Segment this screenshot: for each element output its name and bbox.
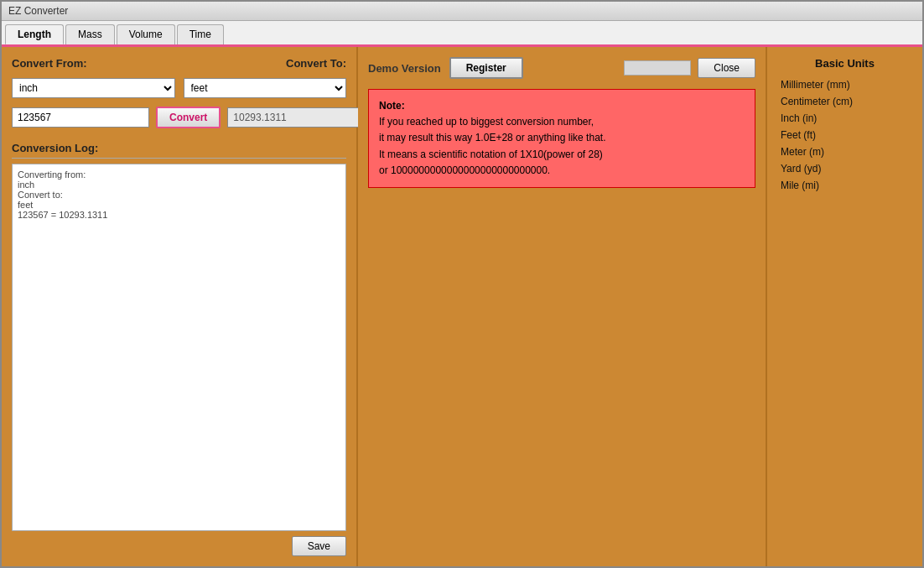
convert-from-label: Convert From: — [12, 57, 87, 70]
save-btn-row: Save — [12, 536, 346, 556]
log-line-4: feet — [18, 200, 340, 210]
convert-button[interactable]: Convert — [156, 107, 221, 128]
title-bar: EZ Converter — [2, 2, 922, 21]
log-divider — [12, 158, 346, 159]
log-line-2: inch — [18, 180, 340, 190]
convert-headers: Convert From: Convert To: — [12, 57, 346, 70]
log-line-1: Converting from: — [18, 169, 340, 180]
main-content: Convert From: Convert To: inch millimete… — [2, 47, 922, 566]
tab-volume[interactable]: Volume — [117, 24, 175, 44]
input-value[interactable] — [12, 107, 149, 128]
log-line-3: Convert to: — [18, 190, 340, 200]
input-row: Convert — [12, 107, 346, 128]
right-panel: Basic Units Millimeter (mm) Centimeter (… — [767, 47, 922, 566]
spacer-field[interactable] — [624, 60, 691, 76]
dropdowns-row: inch millimeter centimeter feet meter ya… — [12, 78, 346, 98]
window-title: EZ Converter — [8, 5, 68, 17]
to-select[interactable]: feet inch millimeter centimeter meter ya… — [184, 78, 347, 98]
log-line-5: 123567 = 10293.1311 — [18, 210, 340, 220]
to-dropdown-wrap: feet inch millimeter centimeter meter ya… — [184, 78, 347, 98]
from-select[interactable]: inch millimeter centimeter feet meter ya… — [12, 78, 175, 98]
unit-mile: Mile (mi) — [777, 179, 912, 192]
demo-close-row: Demo Version Register Close — [368, 57, 755, 79]
tab-time[interactable]: Time — [177, 24, 224, 44]
from-dropdown-wrap: inch millimeter centimeter feet meter ya… — [12, 78, 175, 98]
tab-bar: Length Mass Volume Time — [2, 21, 922, 47]
note-line-4: or 1000000000000000000000000000. — [379, 163, 745, 179]
demo-register-wrap: Demo Version Register — [368, 57, 523, 79]
note-line-3: It means a scientific notation of 1X10(p… — [379, 147, 745, 163]
close-wrap: Close — [624, 58, 755, 78]
demo-text: Demo Version — [368, 62, 441, 75]
unit-millimeter: Millimeter (mm) — [777, 78, 912, 91]
unit-centimeter: Centimeter (cm) — [777, 95, 912, 108]
basic-units-title: Basic Units — [777, 57, 912, 70]
convert-to-label: Convert To: — [286, 57, 346, 70]
close-button[interactable]: Close — [698, 58, 755, 78]
tab-length[interactable]: Length — [5, 24, 64, 44]
note-line-1: If you reached up to biggest conversion … — [379, 114, 745, 130]
unit-meter: Meter (m) — [777, 145, 912, 159]
left-panel: Convert From: Convert To: inch millimete… — [2, 47, 358, 566]
note-box: Note: If you reached up to biggest conve… — [368, 89, 755, 188]
result-value — [227, 107, 365, 128]
log-area[interactable]: Converting from: inch Convert to: feet 1… — [12, 164, 346, 531]
app-window: EZ Converter Length Mass Volume Time Con… — [0, 0, 924, 568]
tab-mass[interactable]: Mass — [65, 24, 115, 44]
save-button[interactable]: Save — [292, 536, 346, 556]
note-line-2: it may result this way 1.0E+28 or anythi… — [379, 130, 745, 146]
unit-inch: Inch (in) — [777, 112, 912, 125]
note-title: Note: — [379, 98, 745, 114]
conversion-log-label: Conversion Log: — [12, 142, 346, 154]
register-button[interactable]: Register — [449, 57, 523, 79]
unit-yard: Yard (yd) — [777, 162, 912, 175]
middle-panel: Demo Version Register Close Note: If you… — [358, 47, 767, 566]
unit-feet: Feet (ft) — [777, 128, 912, 142]
